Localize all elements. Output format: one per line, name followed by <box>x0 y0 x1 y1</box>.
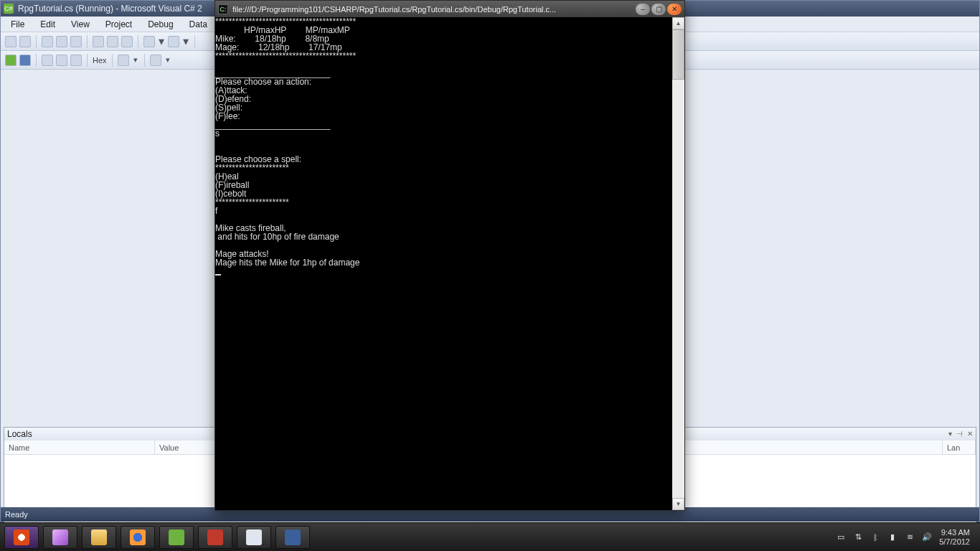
menu-file[interactable]: File <box>4 18 32 31</box>
taskbar-app-media[interactable] <box>275 526 310 549</box>
scroll-track[interactable] <box>672 80 684 498</box>
taskbar-app-pidgin[interactable] <box>43 526 77 549</box>
launcher-button[interactable] <box>4 526 39 549</box>
cut-icon[interactable] <box>93 36 104 47</box>
copy-icon[interactable] <box>107 36 118 47</box>
stop-icon[interactable] <box>19 55 31 66</box>
maximize-button[interactable]: ▢ <box>651 4 666 15</box>
open-icon[interactable] <box>42 36 53 47</box>
menu-debug[interactable]: Debug <box>141 18 180 31</box>
taskbar: ▭ ⇅ ᛒ ▮ ≋ 🔊 9:43 AM 5/7/2012 <box>0 522 980 551</box>
pdf-icon <box>207 529 223 545</box>
new-project-icon[interactable] <box>5 36 17 47</box>
separator-icon <box>194 35 195 48</box>
save-icon[interactable] <box>56 36 67 47</box>
media-icon <box>285 529 301 545</box>
col-name[interactable]: Name <box>4 441 155 454</box>
console-icon: C: <box>218 4 228 14</box>
clock-time: 9:43 AM <box>939 528 970 537</box>
taskbar-app-pdf[interactable] <box>198 526 232 549</box>
dropdown-icon[interactable]: ▾ <box>948 428 952 441</box>
minimize-button[interactable]: – <box>636 4 650 15</box>
step-out-icon[interactable] <box>70 55 82 66</box>
ubuntu-icon <box>14 529 29 545</box>
firefox-icon <box>130 529 146 545</box>
paste-icon[interactable] <box>121 36 133 47</box>
save-all-icon[interactable] <box>70 36 82 47</box>
step-into-icon[interactable] <box>56 55 67 66</box>
tray-icon[interactable]: ▭ <box>836 532 846 542</box>
separator-icon <box>36 54 37 67</box>
close-icon[interactable]: ✕ <box>967 428 973 441</box>
close-button[interactable]: ✕ <box>667 4 682 15</box>
taskbar-app-files[interactable] <box>82 526 116 549</box>
continue-icon[interactable] <box>5 55 17 66</box>
toolbar-icon[interactable] <box>150 55 161 66</box>
network-icon[interactable]: ⇅ <box>853 532 863 542</box>
menu-project[interactable]: Project <box>98 18 139 31</box>
add-item-icon[interactable] <box>19 36 31 47</box>
separator-icon <box>36 35 37 48</box>
console-title: file:///D:/Programming101/CSHARP/RpgTuto… <box>232 5 631 14</box>
console-body[interactable]: ****************************************… <box>215 17 685 511</box>
volume-icon[interactable]: 🔊 <box>922 532 932 542</box>
vs-title: RpgTutorial.cs (Running) - Microsoft Vis… <box>18 4 202 14</box>
separator-icon <box>87 35 88 48</box>
scroll-down-icon[interactable]: ▼ <box>672 498 684 510</box>
col-language[interactable]: Lan <box>943 441 976 454</box>
redo-icon[interactable] <box>168 36 179 47</box>
taskbar-app-csharp[interactable] <box>159 526 194 549</box>
wifi-icon[interactable]: ≋ <box>905 532 915 542</box>
console-window: C: file:///D:/Programming101/CSHARP/RpgT… <box>215 0 685 511</box>
menu-view[interactable]: View <box>64 18 97 31</box>
console-window-controls: – ▢ ✕ <box>636 4 682 15</box>
menu-data[interactable]: Data <box>182 18 215 31</box>
separator-icon <box>112 54 113 67</box>
dropdown-icon[interactable]: ▾ <box>182 36 189 47</box>
bluetooth-icon[interactable]: ᛒ <box>870 532 880 542</box>
separator-icon <box>138 35 138 48</box>
cursor <box>215 274 221 276</box>
separator-icon <box>87 54 88 67</box>
status-text: Ready <box>5 510 28 519</box>
undo-icon[interactable] <box>143 36 155 47</box>
folder-icon <box>91 529 107 545</box>
pidgin-icon <box>52 529 68 545</box>
step-over-icon[interactable] <box>42 55 53 66</box>
scroll-up-icon[interactable]: ▲ <box>672 17 684 29</box>
dropdown-icon[interactable]: ▾ <box>164 55 171 66</box>
dropdown-icon[interactable]: ▾ <box>158 36 165 47</box>
vs-app-icon: C# <box>4 4 14 14</box>
scroll-thumb[interactable] <box>672 29 684 80</box>
menu-edit[interactable]: Edit <box>33 18 62 31</box>
toolbar-icon[interactable] <box>118 55 129 66</box>
csharp-icon <box>169 529 184 545</box>
hex-label[interactable]: Hex <box>93 56 107 65</box>
console-titlebar[interactable]: C: file:///D:/Programming101/CSHARP/RpgT… <box>215 0 685 17</box>
system-tray: ▭ ⇅ ᛒ ▮ ≋ 🔊 9:43 AM 5/7/2012 <box>836 528 976 547</box>
taskbar-app-notes[interactable] <box>237 526 271 549</box>
separator-icon <box>144 54 145 67</box>
notes-icon <box>246 529 262 545</box>
tray-clock[interactable]: 9:43 AM 5/7/2012 <box>939 528 970 547</box>
dropdown-icon[interactable]: ▾ <box>132 55 139 66</box>
taskbar-app-firefox[interactable] <box>121 526 155 549</box>
console-scrollbar[interactable]: ▲ ▼ <box>672 17 684 510</box>
pin-icon[interactable]: ⊣ <box>956 428 963 441</box>
battery-icon[interactable]: ▮ <box>887 532 897 542</box>
locals-title-label: Locals <box>7 428 32 441</box>
clock-date: 5/7/2012 <box>939 537 970 547</box>
